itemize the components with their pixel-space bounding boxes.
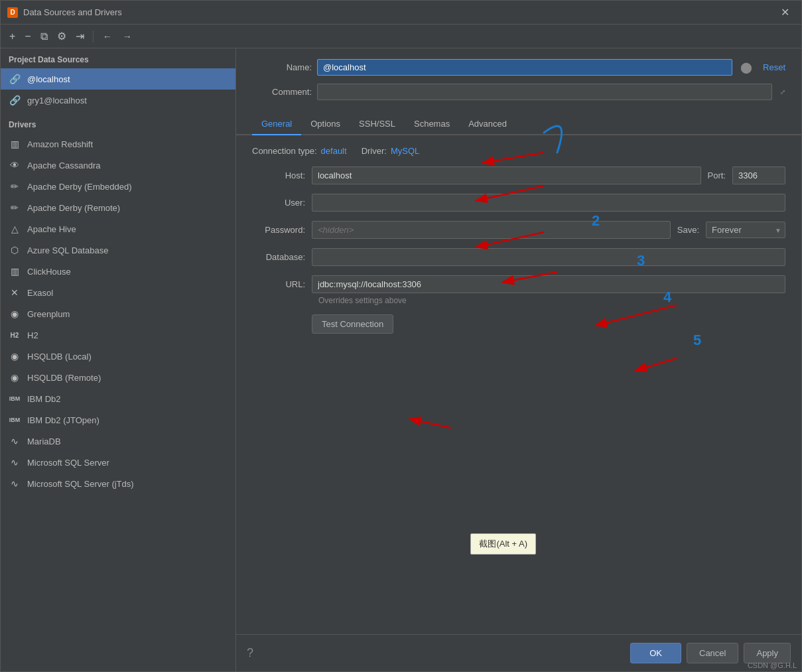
- h2-icon: H2: [9, 329, 21, 341]
- reset-link[interactable]: Reset: [763, 62, 785, 72]
- comment-input[interactable]: [317, 84, 772, 100]
- sidebar-item-azure-sql[interactable]: ⬡ Azure SQL Database: [1, 239, 235, 261]
- mssql-icon: ∿: [9, 456, 21, 468]
- user-input[interactable]: [312, 194, 785, 212]
- password-row: Password: Save: Forever Until restart Ne…: [252, 221, 785, 239]
- settings-button[interactable]: ⚙: [54, 28, 70, 44]
- sidebar-item-ibm-db2-jtopen-label: IBM Db2 (JTOpen): [27, 415, 100, 425]
- tab-options[interactable]: Options: [301, 113, 350, 135]
- save-select-wrapper: Forever Until restart Never ▼: [706, 222, 785, 238]
- apache-derby-remote-icon: ✏: [9, 202, 21, 214]
- export-button[interactable]: ⇥: [72, 28, 88, 44]
- password-input[interactable]: [312, 221, 671, 239]
- sidebar-item-apache-derby-remote[interactable]: ✏ Apache Derby (Remote): [1, 197, 235, 218]
- close-button[interactable]: ✕: [775, 5, 795, 20]
- sidebar-item-clickhouse-label: ClickHouse: [27, 267, 71, 277]
- app-icon: D: [7, 7, 18, 18]
- test-connection-button[interactable]: Test Connection: [312, 314, 393, 334]
- sidebar-item-mssql[interactable]: ∿ Microsoft SQL Server: [1, 452, 235, 473]
- ibm-db2-jtopen-icon: IBM: [9, 414, 21, 426]
- sidebar-item-greenplum[interactable]: ◉ Greenplum: [1, 303, 235, 324]
- gry1-icon: 🔗: [9, 94, 21, 106]
- tab-general[interactable]: General: [252, 113, 301, 135]
- name-label: Name:: [252, 62, 312, 72]
- cancel-button[interactable]: Cancel: [687, 643, 738, 663]
- sidebar-item-exasol[interactable]: ✕ Exasol: [1, 282, 235, 303]
- fields-section: Host: Port: User: Password: Save:: [236, 167, 801, 275]
- sidebar-item-clickhouse[interactable]: ▥ ClickHouse: [1, 261, 235, 282]
- sidebar-item-localhost-label: @localhost: [27, 74, 70, 84]
- driver-value[interactable]: MySQL: [391, 146, 419, 156]
- back-button[interactable]: ←: [99, 29, 116, 44]
- mssql-jtds-icon: ∿: [9, 478, 21, 490]
- remove-button[interactable]: −: [21, 29, 34, 44]
- toolbar: + − ⧉ ⚙ ⇥ ← →: [1, 25, 801, 48]
- sidebar-item-mariadb[interactable]: ∿ MariaDB: [1, 431, 235, 452]
- sidebar-item-gry1-label: gry1@localhost: [27, 96, 87, 105]
- copy-button[interactable]: ⧉: [37, 29, 51, 44]
- hsqldb-remote-icon: ◉: [9, 371, 21, 383]
- sidebar-item-mssql-jtds[interactable]: ∿ Microsoft SQL Server (jTds): [1, 473, 235, 494]
- greenplum-icon: ◉: [9, 308, 21, 320]
- sidebar-item-hsqldb-local[interactable]: ◉ HSQLDB (Local): [1, 346, 235, 367]
- sidebar-item-ibm-db2[interactable]: IBM IBM Db2: [1, 388, 235, 409]
- localhost-icon: 🔗: [9, 73, 21, 85]
- sidebar-item-hsqldb-remote[interactable]: ◉ HSQLDB (Remote): [1, 367, 235, 388]
- sidebar-item-amazon-redshift[interactable]: ▥ Amazon Redshift: [1, 133, 235, 155]
- expand-icon: ⤢: [780, 88, 785, 96]
- sidebar-item-mssql-label: Microsoft SQL Server: [27, 458, 109, 468]
- sidebar-item-apache-cassandra[interactable]: 👁 Apache Cassandra: [1, 155, 235, 176]
- exasol-icon: ✕: [9, 287, 21, 299]
- url-row: URL:: [252, 275, 785, 293]
- sidebar-item-exasol-label: Exasol: [27, 288, 53, 298]
- ok-button[interactable]: OK: [630, 643, 681, 663]
- tab-schemas[interactable]: Schemas: [405, 113, 459, 135]
- password-label: Password:: [252, 225, 305, 235]
- screenshot-tooltip: 截图(Alt + A): [470, 533, 536, 555]
- clickhouse-icon: ▥: [9, 265, 21, 277]
- driver-label: Driver:: [362, 146, 387, 156]
- name-input[interactable]: [317, 59, 732, 76]
- connection-type-value[interactable]: default: [321, 146, 347, 156]
- url-input[interactable]: [312, 275, 785, 293]
- tab-advanced[interactable]: Advanced: [459, 113, 516, 135]
- drivers-label: Drivers: [1, 111, 235, 133]
- url-hint: Overrides settings above: [312, 296, 785, 305]
- sidebar: Project Data Sources 🔗 @localhost 🔗 gry1…: [1, 48, 236, 671]
- database-input[interactable]: [312, 248, 785, 266]
- tabs: General Options SSH/SSL Schemas Advanced: [236, 113, 801, 135]
- connection-type-row: Connection type: default Driver: MySQL: [236, 146, 801, 156]
- sidebar-item-h2[interactable]: H2 H2: [1, 324, 235, 346]
- forward-button[interactable]: →: [119, 29, 136, 44]
- host-input[interactable]: [312, 167, 701, 184]
- name-status-icon: ⬤: [740, 61, 752, 74]
- window-title: Data Sources and Drivers: [23, 7, 775, 17]
- sidebar-item-apache-hive-label: Apache Hive: [27, 224, 76, 234]
- sidebar-item-mssql-jtds-label: Microsoft SQL Server (jTds): [27, 479, 134, 489]
- sidebar-item-ibm-db2-jtopen[interactable]: IBM IBM Db2 (JTOpen): [1, 409, 235, 431]
- port-label: Port:: [708, 170, 726, 180]
- sidebar-item-gry1-localhost[interactable]: 🔗 gry1@localhost: [1, 90, 235, 111]
- help-button[interactable]: ?: [247, 646, 253, 660]
- host-row: Host: Port:: [252, 167, 785, 184]
- toolbar-separator: [93, 31, 94, 42]
- add-button[interactable]: +: [6, 29, 19, 44]
- user-row: User:: [252, 194, 785, 212]
- ibm-db2-icon: IBM: [9, 393, 21, 405]
- comment-row: Comment: ⤢: [252, 84, 785, 100]
- sidebar-item-apache-derby-embedded-label: Apache Derby (Embedded): [27, 182, 132, 192]
- sidebar-item-hsqldb-remote-label: HSQLDB (Remote): [27, 373, 101, 383]
- sidebar-item-greenplum-label: Greenplum: [27, 309, 70, 319]
- tab-sshssl[interactable]: SSH/SSL: [350, 113, 405, 135]
- url-section: URL: Overrides settings above Test Conne…: [236, 275, 801, 334]
- sidebar-item-apache-derby-embedded[interactable]: ✏ Apache Derby (Embedded): [1, 176, 235, 197]
- url-label: URL:: [252, 279, 305, 289]
- sidebar-item-hsqldb-local-label: HSQLDB (Local): [27, 352, 92, 362]
- port-input[interactable]: [732, 167, 785, 184]
- name-row: Name: ⬤ Reset: [252, 59, 785, 76]
- amazon-redshift-icon: ▥: [9, 138, 21, 150]
- save-select[interactable]: Forever Until restart Never: [706, 222, 785, 238]
- sidebar-item-localhost[interactable]: 🔗 @localhost: [1, 68, 235, 90]
- apply-button[interactable]: Apply: [744, 643, 791, 663]
- sidebar-item-apache-hive[interactable]: △ Apache Hive: [1, 218, 235, 239]
